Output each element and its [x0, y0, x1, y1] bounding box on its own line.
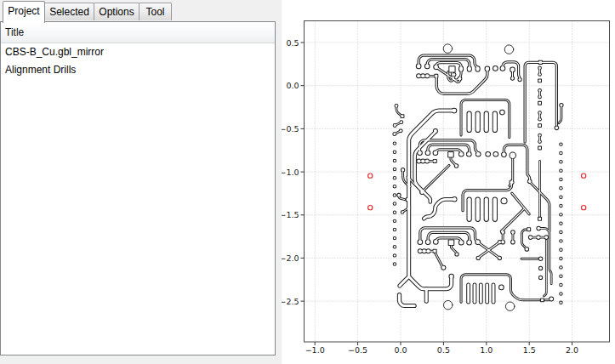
x-tick-label: −1.0	[305, 345, 325, 355]
alignment-drill	[368, 173, 373, 178]
alignment-drill	[582, 173, 586, 178]
x-tick-label: 0.5	[437, 345, 450, 355]
tab-selected[interactable]: Selected	[44, 3, 94, 20]
mounting-hole	[504, 45, 513, 54]
y-tick-label: −2.0	[282, 253, 299, 263]
y-tick-label: 0.0	[286, 81, 299, 90]
y-tick-label: −0.5	[282, 124, 299, 134]
plot-canvas[interactable]: −1.0−0.50.00.51.01.52.00.50.0−0.5−1.0−1.…	[282, 0, 615, 364]
x-tick-label: 0.0	[394, 345, 407, 355]
x-tick-label: −0.5	[348, 345, 367, 355]
x-tick-label: 1.5	[523, 345, 536, 355]
project-list[interactable]: Title CBS-B_Cu.gbl_mirrorAlignment Drill…	[0, 21, 276, 355]
alignment-drill	[368, 206, 373, 210]
alignment-drill	[582, 206, 586, 210]
x-tick-label: 2.0	[566, 345, 578, 355]
list-column-header-title[interactable]: Title	[1, 22, 275, 43]
pcb-plot: −1.0−0.50.00.51.01.52.00.50.0−0.5−1.0−1.…	[282, 0, 615, 364]
tab-tool[interactable]: Tool	[139, 3, 172, 20]
x-tick-label: 1.0	[480, 345, 493, 355]
mounting-hole	[443, 44, 452, 53]
list-row[interactable]: CBS-B_Cu.gbl_mirror	[1, 43, 275, 61]
y-tick-label: −1.5	[282, 210, 299, 219]
tab-bar: ProjectSelectedOptionsTool	[0, 0, 281, 21]
mounting-hole	[443, 300, 452, 309]
pcb-traces	[368, 44, 586, 311]
plot-frame	[305, 21, 610, 343]
y-tick-label: −2.5	[282, 297, 299, 306]
tab-options[interactable]: Options	[94, 3, 140, 20]
y-tick-label: 0.5	[286, 38, 299, 48]
y-tick-label: −1.0	[282, 168, 299, 177]
plot-grid	[305, 21, 610, 343]
list-row[interactable]: Alignment Drills	[1, 61, 275, 79]
list-rows: CBS-B_Cu.gbl_mirrorAlignment Drills	[1, 43, 275, 79]
tab-project[interactable]: Project	[3, 1, 45, 23]
mounting-hole	[505, 302, 514, 310]
